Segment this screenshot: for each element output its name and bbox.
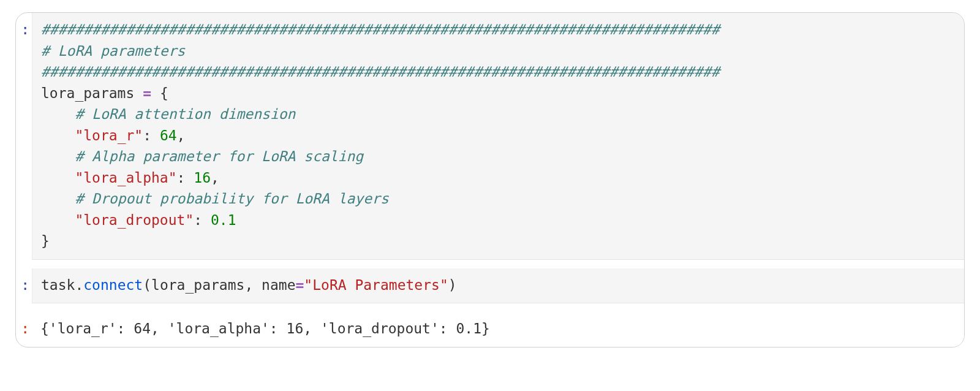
input-prompt-2: : [16,268,32,296]
colon: : [194,212,202,228]
brace-close: } [41,233,50,249]
output-value: {'lora_r': 64, 'lora_alpha': 16, 'lora_d… [40,321,490,336]
prompt-symbol: : [21,21,29,37]
cell-gap [16,260,964,268]
ident-lora-params: lora_params [41,85,134,101]
key-lora-alpha: "lora_alpha" [75,170,176,186]
key-lora-dropout: "lora_dropout" [75,212,194,228]
output-prompt-2: : [16,312,32,340]
rparen: ) [448,277,457,293]
comment-title: # LoRA parameters [41,43,185,59]
val-lora-dropout: 0.1 [211,212,236,228]
comment-lora-dropout: # Dropout probability for LoRA layers [75,191,388,207]
brace-open: { [160,85,168,101]
comment-rule-2: ########################################… [41,64,720,80]
prompt-symbol: : [21,321,29,336]
cell-gap [16,303,964,312]
notebook-container: : ######################################… [15,12,965,347]
op-equals: = [143,85,151,101]
code-input-2[interactable]: task.connect(lora_params, name="LoRA Par… [32,268,964,304]
space [253,277,262,293]
colon: : [143,127,151,143]
output-text: {'lora_r': 64, 'lora_alpha': 16, 'lora_d… [32,312,964,347]
op-equals: = [295,277,304,293]
kwarg-val: "LoRA Parameters" [304,277,448,293]
comma: , [244,277,253,293]
comment-rule-1: ########################################… [41,21,720,37]
input-prompt-1: : [16,13,32,40]
method-connect: connect [83,277,143,293]
arg-lora-params: lora_params [151,277,244,293]
prompt-symbol: : [21,277,29,293]
comma: , [177,127,186,143]
output-cell-2: : {'lora_r': 64, 'lora_alpha': 16, 'lora… [16,312,964,347]
code-cell-1: : ######################################… [16,13,964,260]
colon: : [177,170,186,186]
val-lora-r: 64 [160,127,177,143]
dot: . [75,277,83,293]
lparen: ( [143,277,151,293]
comma: , [211,170,219,186]
comment-lora-r: # LoRA attention dimension [75,106,295,122]
key-lora-r: "lora_r" [75,127,143,143]
comment-lora-alpha: # Alpha parameter for LoRA scaling [75,148,363,164]
ident-task: task [41,277,75,293]
kwarg-name: name [262,277,295,293]
val-lora-alpha: 16 [194,170,211,186]
code-input-1[interactable]: ########################################… [32,13,964,260]
code-cell-2: : task.connect(lora_params, name="LoRA P… [16,268,964,304]
